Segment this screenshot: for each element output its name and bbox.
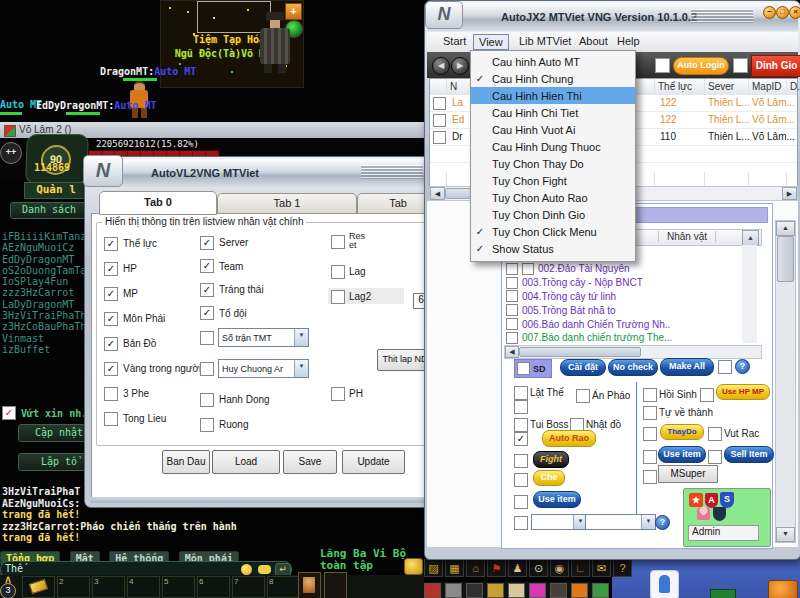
item-dropdown-2[interactable]: ▼ — [585, 514, 656, 530]
row-checkbox[interactable] — [433, 114, 446, 127]
vut-rac-checkbox[interactable] — [708, 427, 722, 441]
menu-item[interactable]: ✓ Tuy Chon Click Menu — [471, 223, 635, 240]
col-header-name[interactable]: N — [450, 81, 457, 92]
task-checkbox[interactable] — [506, 304, 518, 316]
row-checkbox[interactable] — [433, 97, 446, 110]
task-checkbox[interactable] — [506, 332, 518, 344]
make-all-button[interactable]: Make All — [660, 358, 714, 376]
col-header-d[interactable]: D. — [790, 81, 800, 92]
sell-item-button[interactable]: Sell Item — [724, 446, 774, 463]
player-list-item[interactable]: zzz3HzCarrot — [2, 287, 88, 298]
task-checkbox-2[interactable] — [522, 263, 534, 275]
checkbox[interactable]: ✓ — [200, 283, 214, 297]
che-button[interactable]: Che — [533, 470, 565, 486]
sell-item-checkbox[interactable] — [708, 450, 722, 464]
checkbox[interactable]: ✓ — [200, 306, 214, 320]
checkbox[interactable] — [104, 387, 118, 401]
vut-checkbox[interactable]: ✓ — [2, 406, 16, 420]
col-header-sever[interactable]: Sever — [708, 81, 734, 92]
skill-slot[interactable]: 2 — [57, 576, 90, 598]
sd-group[interactable]: SD — [514, 359, 552, 378]
tab-0[interactable]: Tab 0 — [99, 191, 217, 215]
update-button[interactable]: Update — [342, 450, 405, 474]
checkbox[interactable] — [104, 412, 118, 426]
an-phao-checkbox[interactable] — [576, 389, 590, 403]
emote-icon[interactable] — [241, 564, 252, 575]
list-col-nhanvat[interactable]: Nhân vật — [658, 231, 716, 242]
dinh-gio-button[interactable]: Dinh Gio — [751, 55, 800, 77]
desktop-icon[interactable] — [710, 589, 736, 598]
player-list-item[interactable]: 3HzViTraiPhaTh — [2, 310, 88, 321]
task-list-item[interactable]: 007.Báo danh chiến trường The... — [506, 331, 742, 345]
player-list-item[interactable]: Vinmast — [2, 333, 88, 344]
skill-slot[interactable]: 4 — [127, 576, 160, 598]
combo-row-checkbox[interactable] — [514, 516, 528, 530]
tray-slot-icon[interactable] — [592, 583, 609, 598]
chat-bubble-icon[interactable] — [258, 565, 271, 574]
use-hp-mp-checkbox[interactable] — [700, 388, 714, 402]
scroll-down-button[interactable]: ▼ — [776, 527, 795, 542]
tray-slot-icon[interactable] — [487, 583, 504, 598]
menu-item[interactable]: ✓ Show Status — [471, 240, 635, 257]
vl2-checkbox-row[interactable]: ✓ Team — [200, 255, 270, 279]
task-checkbox[interactable] — [506, 318, 518, 330]
checkbox[interactable] — [200, 331, 214, 345]
vl2-checkbox-row[interactable]: ✓ Tổ đội — [200, 302, 270, 326]
menu-view[interactable]: View — [473, 34, 509, 50]
checkbox[interactable] — [331, 265, 345, 279]
vut-checkbox-row[interactable]: ✓ Vứt xin nh.. — [2, 406, 93, 420]
task-list-item[interactable]: 004.Trồng cây tứ linh — [506, 290, 742, 304]
quest-icon[interactable] — [404, 558, 423, 575]
checkbox[interactable]: ✓ — [200, 236, 214, 250]
vl2-checkbox-row[interactable]: ✓ Tráng thái — [200, 278, 270, 302]
menu-start[interactable]: Start — [443, 35, 466, 47]
task-checkbox[interactable] — [506, 277, 518, 289]
minimize-button[interactable]: − — [763, 6, 776, 19]
tui-boss-checkbox[interactable] — [514, 418, 528, 432]
checkbox[interactable]: ✓ — [104, 262, 118, 276]
next-button[interactable]: ▶ — [451, 57, 469, 75]
boat-icon[interactable]: ⌂ — [466, 559, 485, 577]
use-item-2-checkbox[interactable] — [643, 450, 657, 464]
tray-slot-icon[interactable] — [466, 583, 483, 598]
chat-bubble-icon[interactable]: ✉ — [592, 559, 611, 577]
skill-badge[interactable]: 3 — [0, 583, 16, 598]
menu-item[interactable]: Cau hinh Auto MT — [471, 53, 635, 70]
vl2-checkbox-row[interactable]: ✓ Môn Phái — [104, 306, 201, 331]
scroll-icon[interactable]: ▨ — [424, 559, 443, 577]
sd-checkbox[interactable] — [517, 362, 530, 375]
menu-item[interactable]: Cau Hinh Dung Thuoc — [471, 138, 635, 155]
maximize-button[interactable]: □ — [776, 6, 789, 19]
portrait-frame[interactable] — [324, 572, 347, 598]
scroll-up-button[interactable]: ▲ — [776, 221, 795, 236]
so-tran-dropdown[interactable]: Số trận TMT▼ — [218, 328, 309, 347]
scroll-thumb[interactable] — [777, 236, 794, 282]
use-hp-mp-button[interactable]: Use HP MP — [716, 384, 770, 400]
fight-button[interactable]: Fight — [533, 451, 569, 468]
tab-1[interactable]: Tab 1 — [217, 193, 357, 215]
scroll-left-button[interactable]: ◀ — [430, 187, 445, 200]
auto-rao-button[interactable]: Auto Rao — [542, 430, 596, 447]
no-check-button[interactable]: No check — [608, 359, 658, 376]
vl2-checkbox-row[interactable]: ✓ MP — [104, 281, 201, 306]
vl2-checkbox-row[interactable]: Tong Lieu — [104, 406, 201, 431]
scroll-left-button[interactable]: ◀ — [505, 346, 519, 358]
auto-rao-checkbox[interactable]: ✓ — [514, 432, 528, 446]
skill-slot[interactable]: 7 — [232, 576, 265, 598]
checkbox[interactable] — [331, 235, 345, 249]
party-icon[interactable]: ♟ — [508, 559, 527, 577]
unlabeled-checkbox[interactable] — [514, 400, 528, 414]
boot-icon[interactable]: ∟ — [571, 559, 590, 577]
prev-button[interactable]: ◀ — [432, 57, 450, 75]
player-list-item[interactable]: iFBiiiiKimTanz: — [2, 231, 88, 242]
thay-do-button[interactable]: ThayDo — [660, 424, 704, 440]
list-scroll-up[interactable]: ▲ — [742, 230, 759, 246]
menu-item[interactable]: Tuy Chon Auto Rao — [471, 189, 635, 206]
portrait-frame[interactable] — [298, 572, 321, 598]
checkbox[interactable] — [331, 290, 345, 304]
col-header-mapid[interactable]: MapID — [752, 81, 781, 92]
eye-icon[interactable]: ◉ — [550, 559, 569, 577]
dinh-gio-checkbox[interactable] — [733, 58, 748, 73]
desktop-icon[interactable] — [650, 570, 679, 598]
fight-checkbox[interactable] — [514, 454, 528, 468]
